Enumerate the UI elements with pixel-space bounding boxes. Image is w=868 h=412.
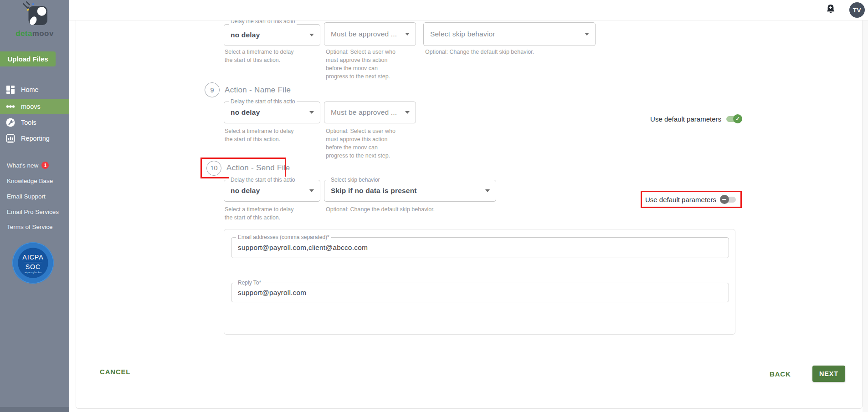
step9-approver-select[interactable]: Must be approved ... [324,102,416,123]
step9-number-circle: 9 [205,82,220,97]
chevron-down-icon [309,34,314,36]
step10-skip-select[interactable]: Select skip behavior Skip if no data is … [324,180,496,202]
chevron-down-icon [485,189,490,192]
step10-delay-select[interactable]: Delay the start of this actio no delay [224,180,320,202]
moovs-chain-icon [6,102,15,111]
brand-name: detamoov [0,29,69,38]
sidebar-item-reporting[interactable]: Reporting [0,131,69,146]
step10-skip-label: Select skip behavior [329,177,381,183]
step9-delay-value: no delay [231,108,260,117]
send-file-parameters-panel: Email addresses (comma separated)* Reply… [224,229,735,335]
next-button[interactable]: NEXT [812,366,845,382]
back-button[interactable]: BACK [770,370,791,378]
step10-delay-label: Delay the start of this actio [229,177,297,183]
prev-approver-helper: Optional: Select a user who must approve… [326,48,395,81]
step9-delay-label: Delay the start of this actio [229,98,297,105]
step10-skip-helper: Optional: Change the default skip behavi… [326,205,435,214]
prev-delay-value: no delay [231,31,260,39]
knowledge-base-link[interactable]: Knowledge Base [7,178,53,184]
step9-default-params-toggle-on[interactable]: ✓ [725,114,742,123]
datamoov-logo-icon [20,1,50,26]
step10-skip-value: Skip if no data is present [331,187,417,195]
step10-delay-value: no delay [231,187,260,195]
chevron-down-icon [309,111,314,114]
topbar: TV [69,0,868,20]
reply-to-field: Reply To* [231,283,729,302]
step10-title: Action - Send File [226,163,290,173]
email-addresses-label: Email addresses (comma separated)* [236,234,331,240]
cancel-button[interactable]: CANCEL [100,368,130,376]
step10-highlight-box: 10 Action - Send File [200,158,286,178]
sidebar-item-tools[interactable]: Tools [0,115,69,130]
sidebar-item-home[interactable]: Home [0,82,69,97]
step10-number-circle: 10 [206,161,221,176]
email-support-link[interactable]: Email Support [7,193,46,200]
prev-delay-helper: Select a timeframe to delay the start of… [225,48,293,64]
prev-delay-label: Delay the start of this actio [229,20,297,25]
reply-to-label: Reply To* [236,280,263,286]
email-pro-services-link[interactable]: Email Pro Services [7,209,59,215]
step9-approver-helper: Optional: Select a user who must approve… [326,127,395,160]
chevron-down-icon [309,189,314,192]
knowledge-base-label: Knowledge Base [7,178,53,184]
step9-toggle-label: Use default parameters [650,115,721,123]
step9-approver-value: Must be approved ... [331,108,397,117]
brand-logo: detamoov [0,1,69,38]
sidebar-footer-strip [0,407,69,412]
step9-delay-select[interactable]: Delay the start of this actio no delay [224,102,320,123]
chevron-down-icon [405,33,410,36]
step10-delay-helper: Select a timeframe to delay the start of… [225,205,293,222]
svg-text:AICPA: AICPA [22,254,43,261]
email-support-label: Email Support [7,193,46,200]
app-root: detamoov Upload Files Home [0,0,868,412]
chevron-down-icon [405,111,410,114]
step10-default-params-toggle-off[interactable] [720,195,737,204]
terms-of-service-link[interactable]: Terms of Service [7,224,53,230]
prev-skip-helper: Optional: Change the default skip behavi… [425,48,534,56]
brand-name-primary: deta [15,29,32,38]
notification-bell-plus-icon[interactable] [826,4,836,15]
sidebar-item-label: Reporting [21,135,50,142]
sidebar-item-label: Tools [21,119,36,126]
whats-new-label: What's new [7,162,38,169]
svg-text:SOC: SOC [26,263,41,270]
sidebar-item-label: moovs [21,103,41,110]
user-avatar[interactable]: TV [849,2,865,18]
chevron-down-icon [585,33,589,36]
reporting-chart-icon [6,134,15,143]
step9-default-params-row: Use default parameters ✓ [650,114,742,123]
tools-wrench-icon [6,118,15,127]
sidebar-item-label: Home [21,86,39,93]
step9-delay-helper: Select a timeframe to delay the start of… [225,127,293,143]
email-addresses-field: Email addresses (comma separated)* [231,237,729,258]
sidebar: detamoov Upload Files Home [0,0,69,412]
prev-skip-select[interactable]: Select skip behavior [423,22,596,46]
wizard-card: Delay the start of this actio no delay M… [76,20,863,409]
brand-name-secondary: moov [32,29,54,38]
prev-delay-select[interactable]: Delay the start of this actio no delay [224,24,320,46]
toggle-check-icon: ✓ [733,114,742,123]
email-pro-services-label: Email Pro Services [7,209,59,215]
sidebar-item-moovs[interactable]: moovs [0,99,69,114]
prev-approver-value: Must be approved ... [331,30,397,38]
whats-new-link[interactable]: What's new 1 [7,162,49,169]
step10-toggle-label: Use default parameters [645,196,716,203]
svg-text:aicpa.org/soc4so: aicpa.org/soc4so [25,271,41,274]
email-addresses-input[interactable] [231,238,729,258]
scrollbar[interactable] [863,20,868,412]
aicpa-soc-badge: AICPA SOC aicpa.org/soc4so [11,241,55,285]
dashboard-icon [6,85,15,94]
step10-default-params-highlight-box: Use default parameters [641,191,742,208]
whats-new-badge: 1 [41,162,49,169]
prev-skip-value: Select skip behavior [430,30,495,38]
toggle-minus-icon [720,195,729,204]
reply-to-input[interactable] [231,283,729,302]
prev-approver-select[interactable]: Must be approved ... [324,22,416,46]
step9-title: Action - Name File [225,86,291,95]
terms-of-service-label: Terms of Service [7,224,53,230]
upload-files-button[interactable]: Upload Files [0,51,56,66]
